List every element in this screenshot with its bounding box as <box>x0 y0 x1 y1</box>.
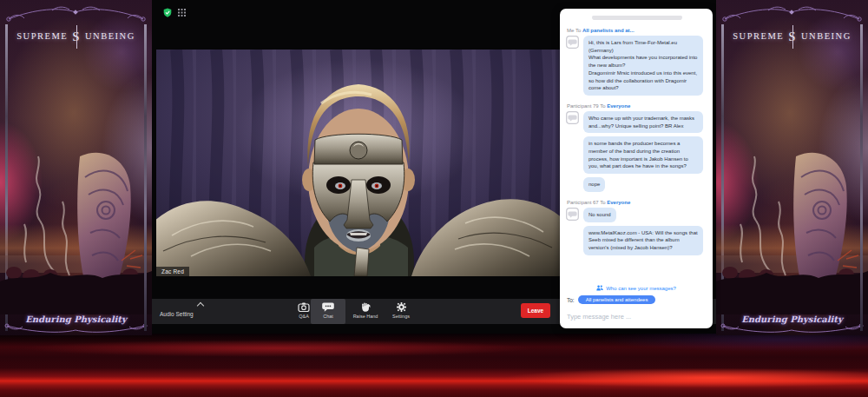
participant-name-tag: Zac Red <box>156 267 189 276</box>
people-icon <box>596 285 603 291</box>
bubble-stack: No soundwww.MetalKaoz.com - USA: Will th… <box>583 208 703 255</box>
avatar <box>566 36 579 49</box>
avatar-icon <box>566 111 579 124</box>
leave-button[interactable]: Leave <box>521 303 550 318</box>
chat-message-bubble: nope <box>583 177 605 192</box>
band-logo-icon: S <box>787 30 798 44</box>
chat-group-body: Hi, this is Lars from Time-For-Metal.eu … <box>566 36 706 96</box>
avatar <box>566 208 579 221</box>
chat-message-group: Me To All panelists and at...Hi, this is… <box>566 28 706 96</box>
chat-icon <box>322 302 334 312</box>
album-artwork <box>716 54 868 314</box>
to-word: To <box>575 28 582 33</box>
settings-button[interactable]: Settings <box>384 299 418 324</box>
album-art-panel-right: SUPREME S UNBEING <box>716 0 868 335</box>
encryption-shield-icon[interactable] <box>163 8 172 17</box>
band-logo-icon: S <box>71 30 82 44</box>
album-artwork <box>0 54 152 314</box>
chat-button[interactable]: Chat <box>311 299 345 324</box>
chat-group-body: No soundwww.MetalKaoz.com - USA: Will th… <box>566 208 706 255</box>
bubble-stack: Hi, this is Lars from Time-For-Metal.eu … <box>583 36 703 96</box>
to-label: To: <box>567 297 575 303</box>
chat-message-list[interactable]: Me To All panelists and at...Hi, this is… <box>560 9 713 275</box>
bubble-stack: Who came up with your trademark, the mas… <box>583 111 703 192</box>
ornament-flourish-bottom-icon <box>0 321 152 334</box>
chat-message-bubble: www.MetalKaoz.com - USA: Will the songs … <box>583 226 703 255</box>
avatar <box>566 111 579 124</box>
chat-group-body: Who came up with your trademark, the mas… <box>566 111 706 192</box>
meeting-topbar <box>163 8 186 17</box>
gear-icon <box>397 302 406 312</box>
sender-name: Participant 79 <box>567 103 600 109</box>
chat-message-bubble: Who came up with your trademark, the mas… <box>583 111 703 133</box>
chat-sender-line: Participant 79 To Everyone <box>567 103 706 109</box>
privacy-link[interactable]: Who can see your messages? <box>567 285 706 291</box>
band-name: SUPREME S UNBEING <box>716 29 868 43</box>
grid-icon <box>178 9 186 17</box>
raise-hand-button[interactable]: Raise Hand <box>345 299 385 324</box>
recipient-name[interactable]: Everyone <box>607 103 630 109</box>
ornament-flourish-top-icon <box>716 3 868 26</box>
avatar-icon <box>566 208 579 221</box>
chat-footer: Who can see your messages? To: All panel… <box>560 281 713 328</box>
recipient-selector[interactable]: All panelists and attendees <box>578 295 656 304</box>
speaker-video: Zac Red <box>156 50 560 276</box>
sender-name: Me <box>567 28 575 33</box>
stage-backdrop <box>0 333 868 397</box>
chat-message-group: Participant 67 To EveryoneNo soundwww.Me… <box>566 200 706 255</box>
ornament-flourish-bottom-icon <box>716 321 868 334</box>
band-name-word1: SUPREME <box>733 31 784 41</box>
band-name-word1: SUPREME <box>16 31 68 41</box>
scrolled-message-remnant <box>592 16 682 20</box>
message-input[interactable] <box>567 312 706 321</box>
chat-message-bubble: No sound <box>583 208 616 222</box>
band-name: SUPREME S UNBEING <box>0 29 152 43</box>
chevron-up-icon[interactable] <box>197 302 204 309</box>
recipient-name[interactable]: Everyone <box>607 200 630 205</box>
recipient-name[interactable]: All panelists and at... <box>582 28 635 33</box>
chat-panel: Me To All panelists and at...Hi, this is… <box>560 9 713 328</box>
ornament-flourish-top-icon <box>0 3 152 26</box>
band-name-word2: UNBEING <box>801 31 852 41</box>
band-name-word2: UNBEING <box>85 31 135 41</box>
masked-singer-video-frame <box>156 50 560 276</box>
chat-message-bubble: in some bands the producer becomes a mem… <box>583 136 703 174</box>
album-art-panel-left: SUPREME S UNBEING <box>0 0 152 335</box>
raise-hand-icon <box>360 302 371 312</box>
screen: SUPREME S UNBEING <box>0 0 868 397</box>
chat-sender-line: Participant 67 To Everyone <box>567 200 706 205</box>
recipient-row: To: All panelists and attendees <box>567 295 706 304</box>
chat-message-bubble: Hi, this is Lars from Time-For-Metal.eu … <box>583 36 703 96</box>
sender-name: Participant 67 <box>567 200 600 205</box>
avatar-icon <box>566 36 579 49</box>
qa-icon <box>298 302 310 312</box>
chat-message-group: Participant 79 To EveryoneWho came up wi… <box>566 103 706 192</box>
chat-sender-line: Me To All panelists and at... <box>567 28 706 33</box>
